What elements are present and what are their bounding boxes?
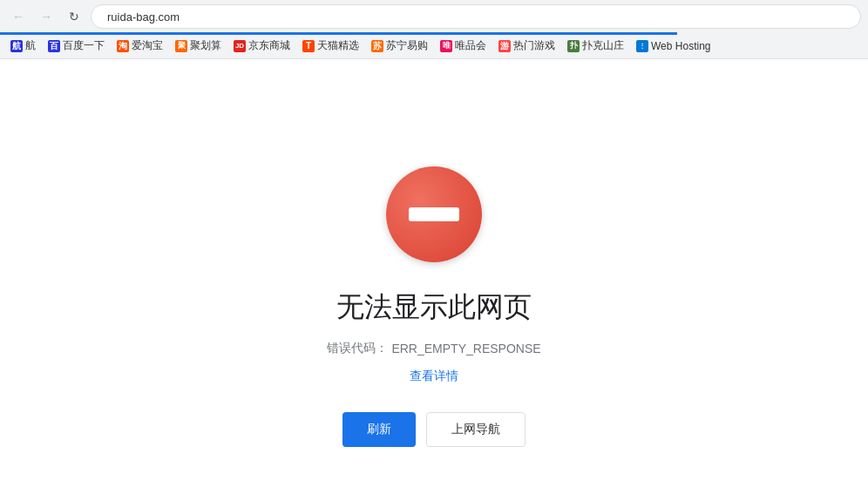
error-title: 无法显示此网页 — [336, 288, 532, 327]
error-code-row: 错误代码： ERR_EMPTY_RESPONSE — [327, 341, 540, 356]
bookmark-games[interactable]: 游 热门游戏 — [493, 37, 560, 55]
bookmark-juhui-icon: 聚 — [175, 40, 187, 52]
error-minus-bar — [409, 207, 459, 221]
bookmark-nav-icon: 航 — [10, 40, 23, 52]
back-button[interactable]: ← — [7, 5, 30, 28]
bookmark-hosting-label: Web Hosting — [651, 40, 710, 52]
navigate-button[interactable]: 上网导航 — [426, 412, 526, 447]
bookmark-juhui-label: 聚划算 — [190, 38, 221, 53]
refresh-page-button[interactable]: 刷新 — [342, 412, 416, 447]
error-page: 无法显示此网页 错误代码： ERR_EMPTY_RESPONSE 查看详情 刷新… — [0, 59, 868, 501]
bookmark-games-label: 热门游戏 — [513, 38, 555, 53]
bookmark-suning[interactable]: 苏 苏宁易购 — [366, 37, 433, 55]
error-details-link[interactable]: 查看详情 — [410, 369, 458, 384]
bookmark-baidu-icon: 百 — [48, 40, 60, 52]
bookmark-puke-label: 扑克山庄 — [582, 38, 624, 53]
bookmark-hosting-icon: ⋮⋮⋮ — [636, 40, 648, 52]
browser-toolbar: ← → ↻ ruida-bag.com — [0, 0, 868, 33]
bookmark-vip[interactable]: 唯 唯品会 — [435, 37, 492, 55]
bookmark-juhui[interactable]: 聚 聚划算 — [170, 37, 227, 55]
bookmark-jd-label: 京东商城 — [248, 38, 290, 53]
bookmark-baidu[interactable]: 百 百度一下 — [43, 37, 110, 55]
progress-bar-container — [0, 32, 868, 35]
bookmark-nav[interactable]: 航 航 — [5, 37, 41, 55]
bookmark-jd[interactable]: JD 京东商城 — [228, 37, 295, 55]
bookmark-games-icon: 游 — [498, 40, 511, 52]
bookmark-suning-icon: 苏 — [371, 40, 383, 52]
address-bar[interactable]: ruida-bag.com — [91, 4, 861, 29]
bookmark-jd-icon: JD — [234, 40, 246, 52]
bookmark-hosting[interactable]: ⋮⋮⋮ Web Hosting — [631, 38, 715, 54]
forward-button[interactable]: → — [35, 5, 58, 28]
bookmark-taobao[interactable]: 淘 爱淘宝 — [112, 37, 168, 55]
refresh-button[interactable]: ↻ — [63, 5, 85, 28]
error-icon-container — [386, 166, 482, 262]
bookmark-vip-icon: 唯 — [440, 40, 452, 52]
bookmark-nav-label: 航 — [25, 38, 36, 53]
error-buttons-row: 刷新 上网导航 — [342, 412, 526, 447]
bookmarks-bar: 航 航 百 百度一下 淘 爱淘宝 聚 聚划算 JD 京东商城 T 天猫精选 苏 … — [0, 33, 868, 59]
address-text: ruida-bag.com — [107, 10, 180, 24]
bookmark-taobao-label: 爱淘宝 — [132, 38, 163, 53]
bookmark-puke[interactable]: 扑 扑克山庄 — [562, 37, 629, 55]
bookmark-taobao-icon: 淘 — [117, 40, 129, 52]
bookmark-suning-label: 苏宁易购 — [386, 38, 428, 53]
bookmark-tianmao-label: 天猫精选 — [317, 38, 359, 53]
bookmark-baidu-label: 百度一下 — [63, 38, 105, 53]
error-code-value: ERR_EMPTY_RESPONSE — [391, 342, 540, 355]
error-code-label: 错误代码： — [327, 341, 388, 356]
page-load-progress — [0, 32, 677, 35]
bookmark-tianmao-icon: T — [302, 40, 315, 52]
bookmark-vip-label: 唯品会 — [455, 38, 486, 53]
bookmark-tianmao[interactable]: T 天猫精选 — [297, 37, 364, 55]
bookmark-puke-icon: 扑 — [567, 40, 580, 52]
error-circle-icon — [386, 166, 482, 262]
